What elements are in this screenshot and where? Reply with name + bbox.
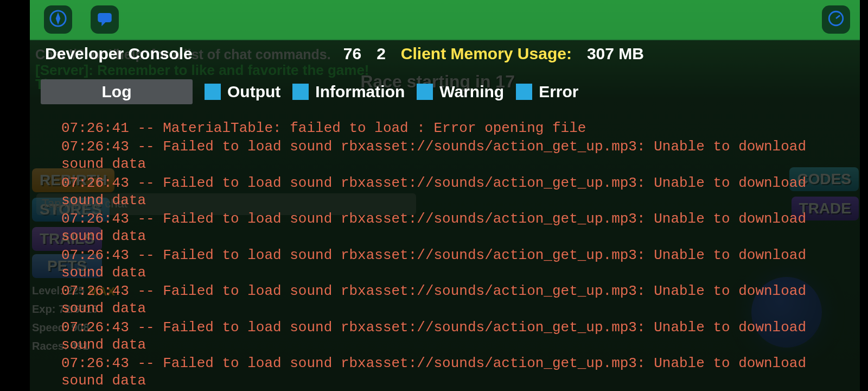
developer-console: Developer Console 76 2 Client Memory Usa…: [30, 40, 860, 391]
chat-icon: [95, 9, 114, 30]
log-line: 07:26:43 -- Failed to load sound rbxasse…: [61, 319, 854, 354]
filter-error-label: Error: [539, 83, 578, 101]
filter-warning-label: Warning: [439, 83, 504, 101]
log-line: 07:26:43 -- Failed to load sound rbxasse…: [61, 247, 854, 281]
log-line: 07:26:41 -- MaterialTable: failed to loa…: [61, 119, 854, 137]
filter-error[interactable]: Error: [516, 83, 578, 101]
console-log-output[interactable]: 07:26:41 -- MaterialTable: failed to loa…: [61, 119, 854, 391]
checkbox-icon: [205, 84, 221, 100]
memory-usage-label: Client Memory Usage:: [401, 45, 572, 63]
checkbox-icon: [516, 84, 532, 100]
log-line: 07:26:43 -- Failed to load sound rbxasse…: [61, 174, 854, 209]
console-count-2: 2: [376, 45, 386, 63]
log-line: 07:26:43 -- Failed to load sound rbxasse…: [61, 355, 854, 389]
console-tabs: Log Output Information Warning Error: [41, 78, 579, 105]
checkbox-icon: [417, 84, 433, 100]
console-count-1: 76: [343, 45, 361, 63]
tab-log[interactable]: Log: [41, 79, 193, 104]
filter-output[interactable]: Output: [205, 83, 280, 101]
log-line: 07:26:43 -- Failed to load sound rbxasse…: [61, 210, 854, 245]
checkbox-icon: [292, 84, 309, 100]
filter-warning[interactable]: Warning: [417, 83, 504, 101]
gauge-icon: [827, 9, 845, 30]
console-title: Developer Console: [45, 45, 193, 63]
filter-information[interactable]: Information: [292, 83, 405, 101]
top-bar: [30, 0, 860, 39]
svg-rect-1: [98, 13, 112, 22]
game-viewport: Chat '/?' or '/help' for a list of chat …: [30, 0, 860, 391]
performance-button[interactable]: [822, 5, 850, 34]
compass-button[interactable]: [44, 5, 72, 34]
compass-icon: [49, 9, 67, 30]
log-line: 07:26:43 -- Failed to load sound rbxasse…: [61, 138, 854, 173]
log-line: 07:26:43 -- Failed to load sound rbxasse…: [61, 282, 854, 317]
filter-output-label: Output: [227, 83, 280, 101]
console-header: Developer Console 76 2 Client Memory Usa…: [30, 40, 860, 67]
filter-information-label: Information: [315, 83, 405, 101]
chat-toggle-button[interactable]: [91, 5, 119, 34]
memory-usage-value: 307 MB: [587, 45, 644, 63]
